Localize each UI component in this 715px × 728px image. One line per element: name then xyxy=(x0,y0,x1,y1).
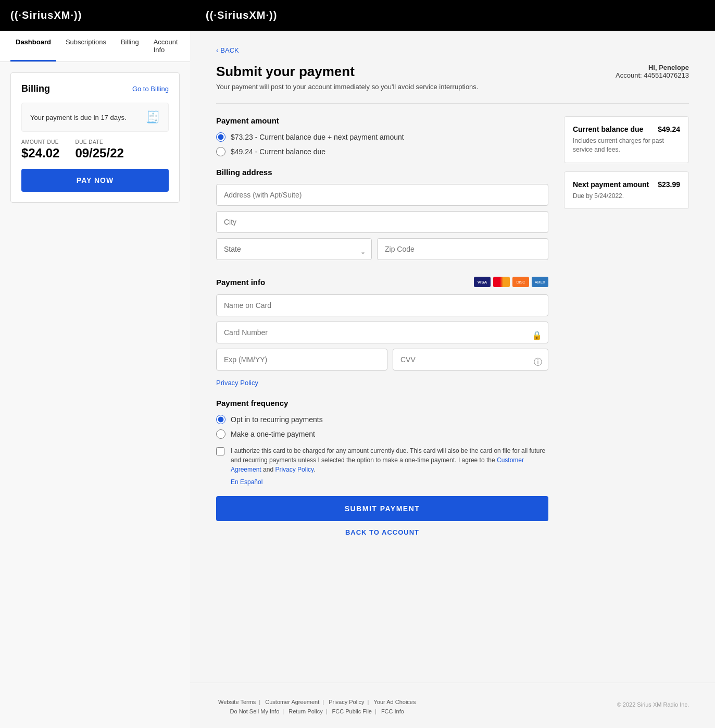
current-balance-amount: $49.24 xyxy=(658,125,680,133)
right-content: ‹ BACK Submit your payment Hi, Penelope … xyxy=(190,31,715,662)
privacy-policy-link[interactable]: Privacy Policy xyxy=(216,379,258,387)
footer-privacy-policy[interactable]: Privacy Policy xyxy=(329,699,364,705)
zip-input[interactable] xyxy=(377,238,548,260)
address-input[interactable] xyxy=(216,184,548,206)
amount-due-value: $24.02 xyxy=(21,146,59,161)
payment-amount-label: Payment amount xyxy=(216,116,548,125)
nav-item-account-info[interactable]: Account Info xyxy=(148,31,183,61)
footer-website-terms[interactable]: Website Terms xyxy=(218,699,256,705)
cvv-help-icon[interactable]: ⓘ xyxy=(534,357,542,368)
footer-fcc-public[interactable]: FCC Public File xyxy=(332,708,372,714)
en-espanol-link[interactable]: En Español xyxy=(231,478,548,486)
auth-and: and xyxy=(261,466,275,473)
back-link[interactable]: ‹ BACK xyxy=(216,46,689,54)
account-number: Account: 445514076213 xyxy=(616,71,689,79)
due-date-block: DUE DATE 09/25/22 xyxy=(75,139,123,161)
next-payment-title: Next payment amount xyxy=(573,180,649,189)
user-greeting: Hi, Penelope xyxy=(616,64,689,71)
user-info: Hi, Penelope Account: 445514076213 xyxy=(616,64,689,79)
frequency-option-2[interactable]: Make a one-time payment xyxy=(216,429,548,439)
authorization-text: I authorize this card to be charged for … xyxy=(231,446,548,474)
next-payment-card: Next payment amount $23.99 Due by 5/24/2… xyxy=(564,171,689,209)
footer-your-ad-choices[interactable]: Your Ad Choices xyxy=(374,699,416,705)
lock-icon: 🔒 xyxy=(532,330,542,340)
main-layout: Payment amount $73.23 - Current balance … xyxy=(216,116,689,536)
discover-icon: DISC xyxy=(512,277,529,287)
payment-due-text: Your payment is due in 17 days. xyxy=(30,114,127,121)
frequency-option-2-radio[interactable] xyxy=(216,429,225,439)
payment-option-2-radio[interactable] xyxy=(216,147,225,156)
footer-do-not-sell[interactable]: Do Not Sell My Info xyxy=(230,708,280,714)
frequency-option-1[interactable]: Opt in to recurring payments xyxy=(216,415,548,424)
payment-frequency-section: Payment frequency Opt in to recurring pa… xyxy=(216,399,548,439)
left-logo: ((·SiriusXM·)) xyxy=(10,9,180,21)
amount-due-block: AMOUNT DUE $24.02 xyxy=(21,139,59,161)
name-on-card-input[interactable] xyxy=(216,294,548,316)
next-payment-desc: Due by 5/24/2022. xyxy=(573,192,680,201)
billing-address-label: Billing address xyxy=(216,168,548,177)
nav-item-subscriptions[interactable]: Subscriptions xyxy=(60,31,111,61)
payment-option-1-label: $73.23 - Current balance due + next paym… xyxy=(231,133,404,141)
nav-item-billing[interactable]: Billing xyxy=(116,31,144,61)
authorization-row: I authorize this card to be charged for … xyxy=(216,446,548,474)
payment-info-section: Payment info VISA DISC AMEX 🔒 xyxy=(216,277,548,387)
due-date-value: 09/25/22 xyxy=(75,146,123,161)
receipt-icon: 🧾 xyxy=(146,110,160,124)
footer: Website Terms| Customer Agreement| Priva… xyxy=(190,683,715,728)
left-header: ((·SiriusXM·)) xyxy=(0,0,190,31)
footer-copyright: © 2022 Sirius XM Radio Inc. xyxy=(617,701,689,708)
due-date-label: DUE DATE xyxy=(75,139,123,145)
current-balance-card: Current balance due $49.24 Includes curr… xyxy=(564,116,689,163)
state-zip-row: State ⌄ xyxy=(216,238,548,265)
current-balance-row: Current balance due $49.24 xyxy=(573,125,680,133)
amex-icon: AMEX xyxy=(532,277,548,287)
frequency-option-1-radio[interactable] xyxy=(216,415,225,424)
frequency-option-1-label: Opt in to recurring payments xyxy=(231,415,323,424)
cvv-wrap: ⓘ xyxy=(393,349,548,376)
auth-privacy-link[interactable]: Privacy Policy xyxy=(275,466,313,473)
payment-due-banner: Your payment is due in 17 days. 🧾 xyxy=(21,103,169,132)
submit-payment-button[interactable]: SUBMIT PAYMENT xyxy=(216,496,548,521)
card-icons: VISA DISC AMEX xyxy=(474,277,548,287)
footer-return-policy[interactable]: Return Policy xyxy=(288,708,322,714)
page-title-row: Submit your payment Hi, Penelope Account… xyxy=(216,64,689,80)
billing-card-title: Billing xyxy=(21,83,50,94)
right-logo: ((·SiriusXM·)) xyxy=(206,9,699,21)
payment-info-label: Payment info xyxy=(216,278,265,287)
page-subtitle: Your payment will post to your account i… xyxy=(216,83,689,91)
nav-item-dashboard[interactable]: Dashboard xyxy=(10,31,56,61)
payment-option-2[interactable]: $49.24 - Current balance due xyxy=(216,147,548,156)
amount-due-label: AMOUNT DUE xyxy=(21,139,59,145)
payment-option-1-radio[interactable] xyxy=(216,132,225,142)
auth-end: . xyxy=(313,466,315,473)
footer-bottom: Website Terms| Customer Agreement| Priva… xyxy=(216,699,689,718)
form-section: Payment amount $73.23 - Current balance … xyxy=(216,116,548,536)
footer-links-2: Do Not Sell My Info| Return Policy| FCC … xyxy=(216,708,418,714)
billing-card-header: Billing Go to Billing xyxy=(21,83,169,94)
cvv-input[interactable] xyxy=(393,349,548,371)
state-select[interactable]: State xyxy=(216,238,372,260)
mastercard-icon xyxy=(493,277,510,287)
page-title: Submit your payment xyxy=(216,64,355,80)
next-payment-amount: $23.99 xyxy=(658,180,680,189)
state-select-wrap: State ⌄ xyxy=(216,238,372,265)
back-label: BACK xyxy=(220,46,239,54)
authorization-checkbox[interactable] xyxy=(216,447,224,455)
go-to-billing-link[interactable]: Go to Billing xyxy=(132,85,169,93)
back-to-account-link[interactable]: BACK TO ACCOUNT xyxy=(216,528,548,536)
card-number-input[interactable] xyxy=(216,322,548,343)
payment-amount-section: Payment amount $73.23 - Current balance … xyxy=(216,116,548,156)
next-payment-row: Next payment amount $23.99 xyxy=(573,180,680,189)
exp-input[interactable] xyxy=(216,349,387,371)
footer-links-wrap: Website Terms| Customer Agreement| Priva… xyxy=(216,699,418,718)
current-balance-title: Current balance due xyxy=(573,125,643,133)
footer-fcc-info[interactable]: FCC Info xyxy=(381,708,404,714)
city-input[interactable] xyxy=(216,211,548,233)
back-chevron-icon: ‹ xyxy=(216,46,218,54)
pay-now-button[interactable]: PAY NOW xyxy=(21,169,169,192)
exp-cvv-row: ⓘ xyxy=(216,349,548,376)
amount-row: AMOUNT DUE $24.02 DUE DATE 09/25/22 xyxy=(21,139,169,161)
right-header: ((·SiriusXM·)) xyxy=(190,0,715,31)
payment-option-1[interactable]: $73.23 - Current balance due + next paym… xyxy=(216,132,548,142)
footer-customer-agreement[interactable]: Customer Agreement xyxy=(265,699,319,705)
